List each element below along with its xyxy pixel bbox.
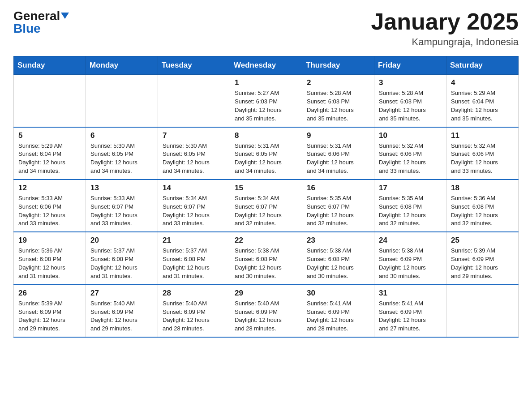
day-number: 24 — [379, 236, 442, 245]
day-number: 10 — [379, 131, 442, 140]
day-info: Sunrise: 5:27 AM Sunset: 6:03 PM Dayligh… — [235, 89, 297, 123]
calendar-week-row: 26Sunrise: 5:39 AM Sunset: 6:09 PM Dayli… — [14, 285, 519, 337]
day-number: 5 — [18, 131, 81, 140]
calendar-subtitle: Kampungraja, Indonesia — [371, 36, 519, 48]
calendar-cell: 5Sunrise: 5:29 AM Sunset: 6:04 PM Daylig… — [14, 127, 86, 180]
calendar-cell: 7Sunrise: 5:30 AM Sunset: 6:05 PM Daylig… — [158, 127, 230, 180]
calendar-cell: 13Sunrise: 5:33 AM Sunset: 6:07 PM Dayli… — [86, 180, 158, 232]
day-info: Sunrise: 5:37 AM Sunset: 6:08 PM Dayligh… — [90, 247, 153, 280]
day-info: Sunrise: 5:39 AM Sunset: 6:09 PM Dayligh… — [18, 300, 81, 333]
day-info: Sunrise: 5:41 AM Sunset: 6:09 PM Dayligh… — [379, 300, 442, 333]
calendar-cell: 17Sunrise: 5:35 AM Sunset: 6:08 PM Dayli… — [374, 180, 446, 232]
day-number: 11 — [451, 131, 514, 140]
calendar-week-row: 19Sunrise: 5:36 AM Sunset: 6:08 PM Dayli… — [14, 232, 519, 284]
day-info: Sunrise: 5:35 AM Sunset: 6:08 PM Dayligh… — [379, 194, 442, 228]
calendar-cell: 29Sunrise: 5:40 AM Sunset: 6:09 PM Dayli… — [230, 285, 302, 337]
day-info: Sunrise: 5:30 AM Sunset: 6:05 PM Dayligh… — [163, 142, 225, 176]
calendar-cell: 8Sunrise: 5:31 AM Sunset: 6:05 PM Daylig… — [230, 127, 302, 180]
day-info: Sunrise: 5:28 AM Sunset: 6:03 PM Dayligh… — [307, 89, 369, 123]
day-info: Sunrise: 5:38 AM Sunset: 6:09 PM Dayligh… — [379, 247, 442, 280]
calendar-header-tuesday: Tuesday — [158, 56, 230, 75]
calendar-header-wednesday: Wednesday — [230, 56, 302, 75]
calendar-header-monday: Monday — [86, 56, 158, 75]
day-info: Sunrise: 5:32 AM Sunset: 6:06 PM Dayligh… — [379, 142, 442, 176]
day-number: 26 — [18, 289, 81, 298]
day-number: 21 — [163, 236, 225, 245]
logo-blue-text: Blue — [13, 21, 41, 36]
day-info: Sunrise: 5:29 AM Sunset: 6:04 PM Dayligh… — [451, 89, 514, 123]
day-info: Sunrise: 5:28 AM Sunset: 6:03 PM Dayligh… — [379, 89, 442, 123]
day-number: 14 — [163, 184, 225, 193]
day-info: Sunrise: 5:30 AM Sunset: 6:05 PM Dayligh… — [90, 142, 153, 176]
calendar-cell: 11Sunrise: 5:32 AM Sunset: 6:06 PM Dayli… — [446, 127, 519, 180]
calendar-cell: 10Sunrise: 5:32 AM Sunset: 6:06 PM Dayli… — [374, 127, 446, 180]
day-number: 19 — [18, 236, 81, 245]
day-number: 6 — [90, 131, 153, 140]
day-info: Sunrise: 5:41 AM Sunset: 6:09 PM Dayligh… — [307, 300, 369, 333]
calendar-cell: 3Sunrise: 5:28 AM Sunset: 6:03 PM Daylig… — [374, 75, 446, 127]
day-number: 25 — [451, 236, 514, 245]
day-info: Sunrise: 5:33 AM Sunset: 6:07 PM Dayligh… — [90, 194, 153, 228]
calendar-header-saturday: Saturday — [446, 56, 519, 75]
day-number: 20 — [90, 236, 153, 245]
day-number: 3 — [379, 78, 442, 87]
title-block: January 2025 Kampungraja, Indonesia — [371, 9, 519, 48]
day-info: Sunrise: 5:37 AM Sunset: 6:08 PM Dayligh… — [163, 247, 225, 280]
calendar-cell — [158, 75, 230, 127]
calendar-cell: 21Sunrise: 5:37 AM Sunset: 6:08 PM Dayli… — [158, 232, 230, 284]
calendar-header-thursday: Thursday — [302, 56, 374, 75]
day-info: Sunrise: 5:40 AM Sunset: 6:09 PM Dayligh… — [235, 300, 297, 333]
day-info: Sunrise: 5:39 AM Sunset: 6:09 PM Dayligh… — [451, 247, 514, 280]
calendar-cell: 12Sunrise: 5:33 AM Sunset: 6:06 PM Dayli… — [14, 180, 86, 232]
day-number: 30 — [307, 289, 369, 298]
calendar-table: SundayMondayTuesdayWednesdayThursdayFrid… — [13, 56, 519, 338]
day-info: Sunrise: 5:33 AM Sunset: 6:06 PM Dayligh… — [18, 194, 81, 228]
day-info: Sunrise: 5:38 AM Sunset: 6:08 PM Dayligh… — [235, 247, 297, 280]
day-info: Sunrise: 5:34 AM Sunset: 6:07 PM Dayligh… — [163, 194, 225, 228]
day-info: Sunrise: 5:31 AM Sunset: 6:05 PM Dayligh… — [235, 142, 297, 176]
calendar-cell: 23Sunrise: 5:38 AM Sunset: 6:08 PM Dayli… — [302, 232, 374, 284]
calendar-cell: 9Sunrise: 5:31 AM Sunset: 6:06 PM Daylig… — [302, 127, 374, 180]
calendar-cell: 27Sunrise: 5:40 AM Sunset: 6:09 PM Dayli… — [86, 285, 158, 337]
day-number: 31 — [379, 289, 442, 298]
day-number: 27 — [90, 289, 153, 298]
calendar-cell: 26Sunrise: 5:39 AM Sunset: 6:09 PM Dayli… — [14, 285, 86, 337]
logo: General Blue — [13, 9, 69, 36]
calendar-cell: 18Sunrise: 5:36 AM Sunset: 6:08 PM Dayli… — [446, 180, 519, 232]
calendar-header-sunday: Sunday — [14, 56, 86, 75]
day-number: 2 — [307, 78, 369, 87]
calendar-cell: 20Sunrise: 5:37 AM Sunset: 6:08 PM Dayli… — [86, 232, 158, 284]
calendar-cell: 1Sunrise: 5:27 AM Sunset: 6:03 PM Daylig… — [230, 75, 302, 127]
calendar-cell: 28Sunrise: 5:40 AM Sunset: 6:09 PM Dayli… — [158, 285, 230, 337]
calendar-cell — [14, 75, 86, 127]
calendar-header-friday: Friday — [374, 56, 446, 75]
day-info: Sunrise: 5:29 AM Sunset: 6:04 PM Dayligh… — [18, 142, 81, 176]
calendar-cell: 4Sunrise: 5:29 AM Sunset: 6:04 PM Daylig… — [446, 75, 519, 127]
day-info: Sunrise: 5:31 AM Sunset: 6:06 PM Dayligh… — [307, 142, 369, 176]
day-number: 4 — [451, 78, 514, 87]
calendar-cell: 31Sunrise: 5:41 AM Sunset: 6:09 PM Dayli… — [374, 285, 446, 337]
calendar-cell: 15Sunrise: 5:34 AM Sunset: 6:07 PM Dayli… — [230, 180, 302, 232]
day-number: 13 — [90, 184, 153, 193]
day-info: Sunrise: 5:35 AM Sunset: 6:07 PM Dayligh… — [307, 194, 369, 228]
day-info: Sunrise: 5:36 AM Sunset: 6:08 PM Dayligh… — [18, 247, 81, 280]
day-info: Sunrise: 5:40 AM Sunset: 6:09 PM Dayligh… — [163, 300, 225, 333]
calendar-cell: 19Sunrise: 5:36 AM Sunset: 6:08 PM Dayli… — [14, 232, 86, 284]
day-number: 17 — [379, 184, 442, 193]
day-number: 15 — [235, 184, 297, 193]
calendar-cell: 16Sunrise: 5:35 AM Sunset: 6:07 PM Dayli… — [302, 180, 374, 232]
calendar-title: January 2025 — [371, 9, 519, 34]
calendar-week-row: 12Sunrise: 5:33 AM Sunset: 6:06 PM Dayli… — [14, 180, 519, 232]
day-number: 7 — [163, 131, 225, 140]
day-number: 16 — [307, 184, 369, 193]
day-number: 22 — [235, 236, 297, 245]
calendar-header-row: SundayMondayTuesdayWednesdayThursdayFrid… — [14, 56, 519, 75]
calendar-cell: 25Sunrise: 5:39 AM Sunset: 6:09 PM Dayli… — [446, 232, 519, 284]
calendar-cell: 30Sunrise: 5:41 AM Sunset: 6:09 PM Dayli… — [302, 285, 374, 337]
calendar-cell — [446, 285, 519, 337]
calendar-cell — [86, 75, 158, 127]
day-number: 1 — [235, 78, 297, 87]
page-header: General Blue January 2025 Kampungraja, I… — [13, 9, 519, 48]
day-number: 12 — [18, 184, 81, 193]
calendar-week-row: 5Sunrise: 5:29 AM Sunset: 6:04 PM Daylig… — [14, 127, 519, 180]
